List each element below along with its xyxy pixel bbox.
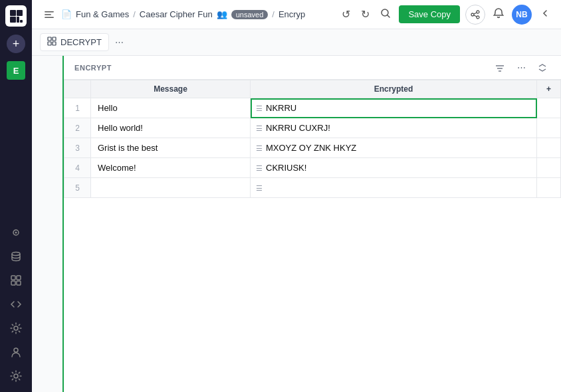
redo-button[interactable]: ↻ (358, 5, 372, 23)
view-icon[interactable] (5, 222, 27, 243)
topbar-actions: ↺ ↻ Save Copy (339, 5, 553, 25)
row-num-4: 4 (64, 158, 91, 178)
svg-point-12 (14, 326, 18, 330)
tab-decrypt-label: DECRYPT (60, 37, 102, 47)
undo-button[interactable]: ↺ (339, 5, 353, 23)
spreadsheet-wrapper[interactable]: Message Encrypted + 1 Hello ☰NKRRU (64, 80, 561, 392)
add-col-empty-4 (537, 158, 561, 178)
add-column-button[interactable]: + (537, 80, 561, 98)
add-col-empty-5 (537, 178, 561, 198)
cell-encrypted-5[interactable]: ☰ (251, 178, 537, 198)
svg-rect-25 (53, 37, 56, 41)
sidebar-toggle-button[interactable] (537, 5, 553, 24)
svg-point-6 (15, 232, 17, 234)
cell-encrypted-2[interactable]: ☰NKRRU CUXRJ! (251, 118, 537, 138)
more-options-button[interactable]: ⋯ (513, 60, 529, 76)
main-content: 📄 Fun & Games / Caesar Cipher Fun 👥 unsa… (32, 0, 561, 392)
svg-rect-26 (48, 42, 51, 45)
svg-rect-10 (11, 281, 15, 285)
svg-rect-1 (17, 10, 23, 16)
row-num-1: 1 (64, 98, 91, 118)
svg-point-21 (477, 16, 479, 19)
breadcrumb-page[interactable]: Encryp (279, 9, 305, 19)
cell-message-5[interactable] (91, 178, 251, 198)
svg-rect-2 (10, 17, 16, 23)
row-num-2: 2 (64, 118, 91, 138)
cell-icon-5: ☰ (256, 184, 263, 192)
topbar-nav: 📄 Fun & Games / Caesar Cipher Fun 👥 unsa… (40, 5, 334, 24)
svg-rect-4 (20, 20, 23, 23)
app-logo (5, 5, 27, 27)
access-icon[interactable] (5, 342, 27, 363)
table-row: 3 Grist is the best ☰MXOYZ OY ZNK HKYZ (64, 138, 561, 158)
svg-rect-15 (45, 14, 51, 15)
unsaved-badge: unsaved (231, 10, 269, 19)
table-area: ENCRYPT ⋯ (64, 56, 561, 392)
table-row: 1 Hello ☰NKRRU (64, 98, 561, 118)
content-area: ENCRYPT ⋯ (32, 56, 561, 392)
cell-encrypted-3[interactable]: ☰MXOYZ OY ZNK HKYZ (251, 138, 537, 158)
share-button[interactable] (465, 5, 485, 25)
table-toolbar: ENCRYPT ⋯ (64, 56, 561, 80)
svg-point-19 (477, 11, 479, 13)
table-row: 2 Hello world! ☰NKRRU CUXRJ! (64, 118, 561, 138)
breadcrumb: 📄 Fun & Games / Caesar Cipher Fun 👥 unsa… (61, 9, 305, 19)
cell-encrypted-1[interactable]: ☰NKRRU (251, 98, 537, 118)
people-icon: 👥 (217, 9, 227, 19)
add-col-empty-3 (537, 138, 561, 158)
svg-line-22 (474, 13, 477, 14)
topbar: 📄 Fun & Games / Caesar Cipher Fun 👥 unsa… (32, 0, 561, 29)
svg-rect-24 (48, 37, 51, 41)
svg-point-7 (12, 252, 20, 256)
col-header-message[interactable]: Message (91, 80, 251, 98)
svg-rect-14 (45, 11, 54, 13)
breadcrumb-sep-2: / (272, 9, 275, 19)
cell-message-4[interactable]: Welcome! (91, 158, 251, 178)
doc-icon: 📄 (61, 9, 72, 19)
save-copy-button[interactable]: Save Copy (399, 5, 460, 23)
cell-icon-4: ☰ (256, 164, 263, 172)
table-row-empty: 5 ☰ (64, 178, 561, 198)
expand-nav-button[interactable] (40, 5, 58, 24)
svg-rect-27 (53, 42, 56, 45)
settings2-icon[interactable] (5, 365, 27, 387)
col-header-encrypted[interactable]: Encrypted (251, 80, 537, 98)
data-icon[interactable] (5, 246, 27, 267)
add-col-empty-2 (537, 118, 561, 138)
search-button[interactable] (378, 5, 393, 24)
section-label: ENCRYPT (74, 64, 487, 72)
cell-icon-2: ☰ (256, 124, 263, 132)
user-avatar[interactable]: NB (512, 5, 532, 25)
cell-encrypted-4[interactable]: ☰CKRIUSK! (251, 158, 537, 178)
svg-point-20 (471, 13, 474, 16)
add-new-button[interactable]: + (7, 35, 25, 53)
svg-rect-3 (17, 17, 19, 23)
svg-point-13 (14, 374, 18, 378)
collapse-button[interactable] (534, 60, 550, 76)
row-num-5: 5 (64, 178, 91, 198)
svg-rect-16 (45, 17, 54, 18)
spreadsheet-table: Message Encrypted + 1 Hello ☰NKRRU (64, 80, 561, 198)
page-active-indicator: E (7, 61, 25, 80)
svg-rect-9 (17, 276, 21, 280)
more-tabs-button[interactable]: ⋯ (112, 35, 128, 50)
code-icon[interactable] (5, 294, 27, 315)
cell-message-2[interactable]: Hello world! (91, 118, 251, 138)
row-num-3: 3 (64, 138, 91, 158)
tab-decrypt[interactable]: DECRYPT (40, 33, 109, 51)
settings-icon[interactable] (5, 318, 27, 339)
notifications-button[interactable] (491, 5, 506, 24)
page-tabs: DECRYPT ⋯ (32, 29, 561, 56)
breadcrumb-doc[interactable]: Caesar Cipher Fun (140, 9, 213, 19)
cell-message-3[interactable]: Grist is the best (91, 138, 251, 158)
svg-rect-11 (17, 281, 21, 285)
cell-message-1[interactable]: Hello (91, 98, 251, 118)
breadcrumb-sep-1: / (133, 9, 136, 19)
widgets-icon[interactable] (5, 270, 27, 291)
breadcrumb-workspace[interactable]: Fun & Games (76, 9, 129, 19)
svg-rect-0 (10, 10, 16, 16)
cell-icon-1: ☰ (256, 104, 263, 112)
left-sidebar (32, 56, 64, 392)
svg-line-23 (474, 15, 477, 16)
filter-sort-button[interactable] (492, 60, 508, 76)
